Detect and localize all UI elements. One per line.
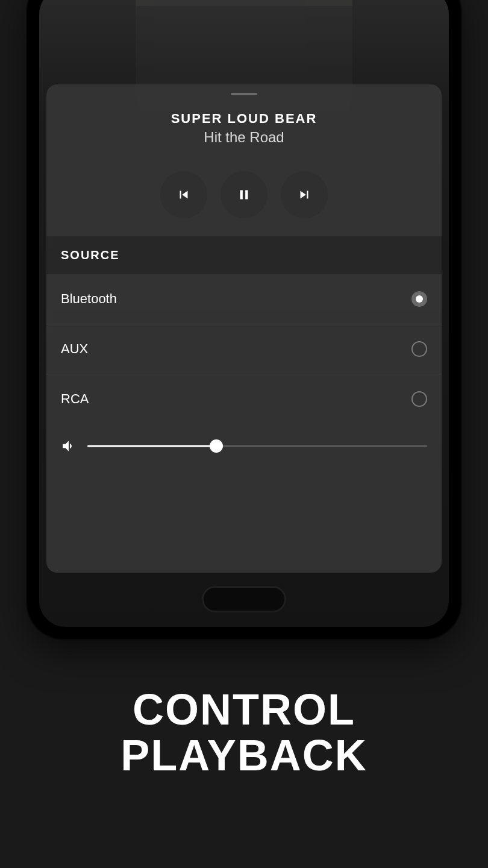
- source-label: RCA: [61, 391, 89, 407]
- promo-caption: CONTROL PLAYBACK: [0, 687, 488, 778]
- pause-icon: [236, 187, 252, 203]
- source-list: BluetoothAUXRCA: [46, 274, 442, 424]
- volume-slider[interactable]: [87, 445, 427, 447]
- source-item-rca[interactable]: RCA: [46, 374, 442, 424]
- source-item-bluetooth[interactable]: Bluetooth: [46, 274, 442, 324]
- radio[interactable]: [411, 391, 427, 407]
- next-button[interactable]: [281, 171, 328, 218]
- next-icon: [296, 187, 312, 203]
- caption-line-1: CONTROL: [0, 687, 488, 733]
- phone-frame: SUPER LOUD BEAR Hit the Road SOURCE Blue…: [27, 0, 461, 639]
- volume-icon: [61, 438, 77, 454]
- sheet-drag-handle[interactable]: [231, 93, 257, 95]
- home-button[interactable]: [202, 586, 286, 612]
- volume-row: [46, 424, 442, 472]
- source-label: AUX: [61, 341, 88, 357]
- previous-icon: [176, 187, 192, 203]
- radio[interactable]: [411, 341, 427, 357]
- source-header: SOURCE: [46, 236, 442, 274]
- source-label: Bluetooth: [61, 291, 117, 307]
- playback-controls: [46, 171, 442, 218]
- now-playing: SUPER LOUD BEAR Hit the Road: [46, 107, 442, 163]
- pause-button[interactable]: [221, 171, 267, 218]
- source-item-aux[interactable]: AUX: [46, 324, 442, 374]
- playback-sheet: SUPER LOUD BEAR Hit the Road SOURCE Blue…: [46, 84, 442, 573]
- track-title: Hit the Road: [58, 129, 430, 146]
- caption-line-2: PLAYBACK: [0, 733, 488, 779]
- radio[interactable]: [411, 291, 427, 307]
- artist-name: SUPER LOUD BEAR: [58, 111, 430, 127]
- phone-screen: SUPER LOUD BEAR Hit the Road SOURCE Blue…: [39, 0, 449, 627]
- slider-fill: [87, 445, 216, 447]
- slider-thumb[interactable]: [210, 439, 223, 453]
- previous-button[interactable]: [160, 171, 207, 218]
